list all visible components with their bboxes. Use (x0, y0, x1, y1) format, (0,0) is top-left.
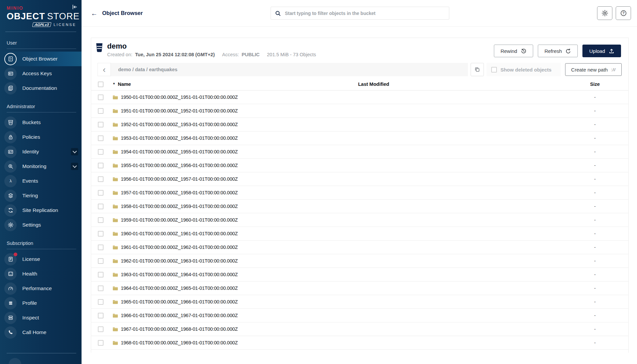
row-checkbox[interactable] (98, 245, 104, 250)
created-value: Tue, Jun 25 2024 12:02:08 (GMT+2) (135, 52, 215, 57)
sidebar-item-label: Documentation (22, 85, 78, 91)
bucket-name: demo (107, 42, 494, 50)
row-checkbox[interactable] (98, 135, 104, 141)
table-row[interactable]: 1951-01-01T00:00:00.000Z_1952-01-01T00:0… (91, 104, 628, 118)
table-row[interactable]: 1952-01-01T00:00:00.000Z_1953-01-01T00:0… (91, 118, 628, 131)
row-checkbox[interactable] (98, 190, 104, 196)
column-header-size[interactable]: Size (573, 82, 628, 87)
copy-path-button[interactable] (471, 63, 484, 76)
sidebar-item-object-browser[interactable]: Object Browser (0, 52, 82, 66)
breadcrumb[interactable]: demo / data / earthquakes (111, 63, 468, 76)
row-checkbox[interactable] (98, 94, 104, 100)
sidebar-item-site-replication[interactable]: Site Replication (0, 203, 82, 218)
chevron-left-icon: ‹ (103, 65, 106, 75)
column-header-last-modified[interactable]: Last Modified (358, 82, 573, 87)
settings-gear-button[interactable] (597, 6, 612, 20)
row-checkbox[interactable] (98, 204, 104, 209)
row-checkbox[interactable] (98, 340, 104, 346)
sidebar-item-license[interactable]: License (0, 252, 82, 267)
table-row[interactable]: 1961-01-01T00:00:00.000Z_1962-01-01T00:0… (91, 241, 628, 254)
show-deleted-label: Show deleted objects (501, 67, 551, 73)
table-row[interactable]: 1963-01-01T00:00:00.000Z_1964-01-01T00:0… (91, 268, 628, 281)
sidebar-item-identity[interactable]: Identity (0, 144, 82, 159)
object-name: 1955-01-01T00:00:00.000Z_1956-01-01T00:0… (121, 163, 238, 168)
sidebar-item-access-keys[interactable]: Access Keys (0, 66, 82, 81)
create-new-path-button[interactable]: Create new path :/​/ (565, 63, 622, 76)
table-row[interactable]: 1965-01-01T00:00:00.000Z_1966-01-01T00:0… (91, 295, 628, 309)
row-checkbox[interactable] (98, 272, 104, 277)
sidebar-item-monitoring[interactable]: Monitoring (0, 159, 82, 174)
table-row[interactable]: 1967-01-01T00:00:00.000Z_1968-01-01T00:0… (91, 322, 628, 336)
row-checkbox[interactable] (98, 258, 104, 264)
table-row[interactable]: 1957-01-01T00:00:00.000Z_1958-01-01T00:0… (91, 186, 628, 200)
size-cell: - (573, 163, 628, 168)
sidebar-item-profile[interactable]: Profile (0, 296, 82, 310)
row-checkbox[interactable] (98, 326, 104, 332)
sidebar-item-health[interactable]: Health (0, 267, 82, 281)
created-label: Created on: (107, 52, 132, 57)
search-input[interactable] (284, 10, 445, 16)
table-row[interactable]: 1964-01-01T00:00:00.000Z_1965-01-01T00:0… (91, 281, 628, 295)
object-name-cell: 1953-01-01T00:00:00.000Z_1954-01-01T00:0… (112, 135, 358, 141)
column-header-name[interactable]: ▲ Name (112, 82, 358, 87)
folder-icon (112, 218, 118, 222)
row-checkbox[interactable] (98, 217, 104, 223)
row-checkbox[interactable] (98, 285, 104, 291)
sidebar-item-policies[interactable]: Policies (0, 130, 82, 144)
sidebar-item-label: Identity (22, 149, 65, 155)
back-arrow-icon[interactable]: ← (91, 10, 98, 17)
sidebar-item-buckets[interactable]: Buckets (0, 115, 82, 130)
sidebar-item-performance[interactable]: Performance (0, 281, 82, 296)
license-mark: AGPLv3 LICENSE (7, 22, 76, 27)
row-checkbox[interactable] (98, 231, 104, 237)
row-checkbox[interactable] (98, 176, 104, 182)
sidebar-item-call-home[interactable]: Call Home (0, 325, 82, 340)
table-row[interactable]: 1959-01-01T00:00:00.000Z_1960-01-01T00:0… (91, 213, 628, 227)
sidebar-bottom-icon[interactable] (9, 358, 21, 364)
size-cell: - (573, 149, 628, 154)
identity-icon (4, 146, 17, 158)
table-row[interactable]: 1966-01-01T00:00:00.000Z_1967-01-01T00:0… (91, 309, 628, 322)
chevron-down-icon[interactable] (71, 148, 78, 155)
profile-icon (4, 297, 17, 309)
table-row[interactable]: 1950-01-01T00:00:00.000Z_1951-01-01T00:0… (91, 91, 628, 104)
folder-icon (112, 300, 118, 304)
upload-button[interactable]: Upload (582, 45, 621, 57)
help-button[interactable] (616, 6, 631, 20)
sidebar-item-inspect[interactable]: Inspect (0, 310, 82, 325)
table-row[interactable]: 1955-01-01T00:00:00.000Z_1956-01-01T00:0… (91, 159, 628, 172)
sidebar-item-events[interactable]: Events (0, 174, 82, 188)
chevron-down-icon[interactable] (71, 163, 78, 170)
sidebar-item-tiering[interactable]: Tiering (0, 188, 82, 203)
row-checkbox[interactable] (98, 299, 104, 305)
row-checkbox[interactable] (98, 108, 104, 114)
breadcrumb-path: demo / data / earthquakes (118, 67, 177, 72)
table-row[interactable]: 1960-01-01T00:00:00.000Z_1961-01-01T00:0… (91, 227, 628, 241)
row-checkbox[interactable] (98, 122, 104, 127)
row-checkbox[interactable] (98, 149, 104, 155)
size-cell: - (573, 258, 628, 264)
sidebar-item-label: Policies (22, 134, 78, 140)
table-row[interactable]: 1954-01-01T00:00:00.000Z_1955-01-01T00:0… (91, 145, 628, 159)
sidebar-item-documentation[interactable]: Documentation (0, 81, 82, 95)
logo: MINIO OBJECTSTORE AGPLv3 LICENSE (0, 0, 82, 27)
sidebar-collapse-icon[interactable] (71, 3, 78, 11)
tiering-icon (4, 190, 17, 202)
sidebar-item-label: Performance (22, 285, 78, 291)
show-deleted-checkbox[interactable] (491, 67, 497, 73)
sidebar-item-settings[interactable]: Settings (0, 218, 82, 232)
row-checkbox[interactable] (98, 313, 104, 318)
table-row[interactable]: 1962-01-01T00:00:00.000Z_1963-01-01T00:0… (91, 254, 628, 268)
table-row[interactable]: 1968-01-01T00:00:00.000Z_1969-01-01T00:0… (91, 336, 628, 350)
select-all-checkbox[interactable] (98, 82, 104, 87)
table-row[interactable]: 1969-01-01T00:00:00.000Z_1970-01-01T00:0… (91, 350, 628, 353)
rewind-button[interactable]: Rewind (494, 45, 533, 57)
table-row[interactable]: 1956-01-01T00:00:00.000Z_1957-01-01T00:0… (91, 172, 628, 186)
bucket-details: Created on: Tue, Jun 25 2024 12:02:08 (G… (107, 52, 494, 57)
object-name: 1967-01-01T00:00:00.000Z_1968-01-01T00:0… (121, 326, 238, 332)
table-row[interactable]: 1958-01-01T00:00:00.000Z_1959-01-01T00:0… (91, 200, 628, 213)
refresh-button[interactable]: Refresh (538, 45, 578, 57)
path-back-button[interactable]: ‹ (98, 63, 111, 76)
row-checkbox[interactable] (98, 163, 104, 168)
table-row[interactable]: 1953-01-01T00:00:00.000Z_1954-01-01T00:0… (91, 131, 628, 145)
